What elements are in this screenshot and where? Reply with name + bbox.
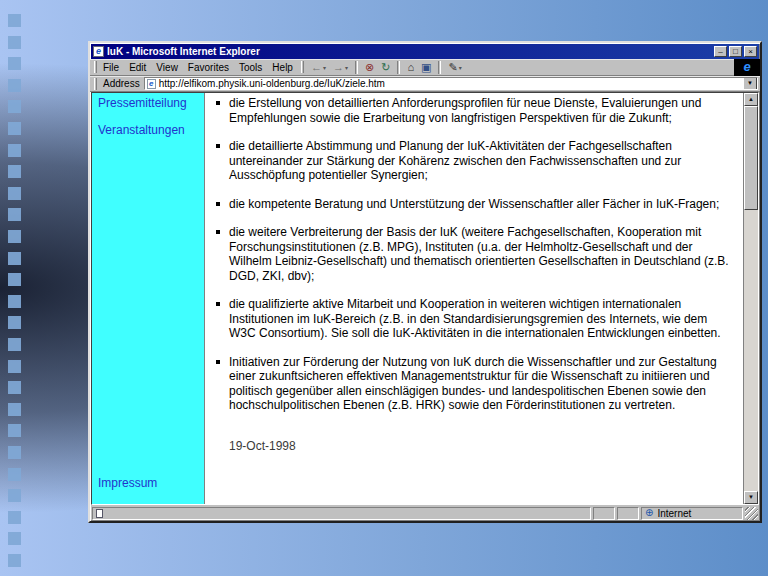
accent-square: [8, 489, 21, 502]
home-button[interactable]: ⌂: [404, 60, 417, 75]
resize-grip[interactable]: [745, 507, 758, 520]
toolbar-separator: [355, 61, 358, 74]
accent-square: [8, 36, 21, 49]
accent-square: [8, 79, 21, 92]
document-icon: [96, 509, 103, 518]
accent-square: [8, 446, 21, 459]
menu-bar: FileEditViewFavoritesToolsHelp: [101, 62, 299, 73]
bullet-item: die Erstellung von detaillierten Anforde…: [229, 96, 737, 125]
bullet-item: die weitere Verbreiterung der Basis der …: [229, 225, 737, 283]
bullet-item: die kompetente Beratung und Unterstützun…: [229, 197, 737, 212]
browser-window: e IuK - Microsoft Internet Explorer – □ …: [88, 41, 762, 523]
stop-icon: ⊗: [365, 61, 374, 74]
menu-item-favorites[interactable]: Favorites: [188, 62, 229, 73]
bullet-item: Initiativen zur Förderung der Nutzung vo…: [229, 355, 737, 413]
toolbar-separator: [397, 61, 400, 74]
status-bar: ⊕ Internet: [90, 505, 760, 521]
accent-square: [8, 122, 21, 135]
menu-item-file[interactable]: File: [103, 62, 119, 73]
fullscreen-button[interactable]: ▣: [418, 60, 434, 75]
accent-square: [8, 14, 21, 27]
browser-viewport: PressemitteilungVeranstaltungenImpressum…: [91, 92, 759, 505]
address-input[interactable]: e http://elfikom.physik.uni-oldenburg.de…: [144, 77, 758, 90]
window-title: IuK - Microsoft Internet Explorer: [107, 46, 714, 57]
toolbar: ←▾→▾⊗↻⌂▣✎▾: [308, 60, 734, 75]
menu-item-help[interactable]: Help: [272, 62, 293, 73]
page-date: 19-Oct-1998: [229, 439, 737, 453]
menu-grip[interactable]: [94, 61, 97, 73]
page-icon: e: [147, 79, 156, 89]
accent-square: [8, 230, 21, 243]
scroll-up-button[interactable]: ▲: [744, 93, 758, 106]
fullscreen-icon: ▣: [421, 61, 431, 74]
maximize-button[interactable]: □: [729, 46, 742, 57]
menu-item-tools[interactable]: Tools: [239, 62, 262, 73]
back-dropdown-icon[interactable]: ▾: [323, 64, 326, 71]
toolbar-separator: [438, 61, 441, 74]
bullet-item: die qualifizierte aktive Mitarbeit und K…: [229, 297, 737, 341]
accent-square: [8, 165, 21, 178]
sidebar-link-pressemitteilung[interactable]: Pressemitteilung: [98, 96, 204, 110]
accent-square: [8, 554, 21, 567]
forward-button[interactable]: →▾: [330, 60, 351, 75]
home-icon: ⌂: [407, 61, 414, 74]
accent-square: [8, 100, 21, 113]
toolbar-grip[interactable]: [301, 61, 304, 73]
sidebar-link-impressum[interactable]: Impressum: [98, 476, 204, 490]
address-dropdown-button[interactable]: ▼: [743, 77, 757, 90]
accent-square: [8, 338, 21, 351]
sidebar-frame: PressemitteilungVeranstaltungenImpressum: [92, 93, 205, 504]
forward-icon: →: [333, 61, 344, 74]
accent-square: [8, 252, 21, 265]
accent-square: [8, 360, 21, 373]
accent-square: [8, 511, 21, 524]
bullet-list: die Erstellung von detaillierten Anforde…: [229, 96, 737, 413]
address-bar: Address e http://elfikom.physik.uni-olde…: [90, 76, 760, 92]
accent-square: [8, 273, 21, 286]
status-main-pane: [92, 507, 591, 520]
scrollbar-thumb[interactable]: [744, 106, 758, 210]
accent-square: [8, 144, 21, 157]
scroll-down-button[interactable]: ▼: [744, 491, 758, 504]
back-icon: ←: [311, 61, 322, 74]
accent-square: [8, 187, 21, 200]
accent-square: [8, 424, 21, 437]
accent-square: [8, 468, 21, 481]
address-url: http://elfikom.physik.uni-oldenburg.de/I…: [159, 78, 743, 89]
status-zone-label: Internet: [657, 508, 691, 519]
forward-dropdown-icon[interactable]: ▾: [345, 64, 348, 71]
address-label: Address: [103, 78, 140, 89]
status-zone-pane: ⊕ Internet: [641, 507, 743, 520]
window-controls: – □ ×: [714, 46, 757, 57]
title-bar[interactable]: e IuK - Microsoft Internet Explorer – □ …: [91, 44, 759, 59]
edit-button[interactable]: ✎▾: [445, 60, 464, 75]
refresh-button[interactable]: ↻: [378, 60, 393, 75]
accent-square: [8, 403, 21, 416]
refresh-icon: ↻: [381, 61, 390, 74]
status-pane-2: [617, 507, 639, 520]
accent-square: [8, 532, 21, 545]
close-button[interactable]: ×: [744, 46, 757, 57]
stop-button[interactable]: ⊗: [362, 60, 377, 75]
minimize-button[interactable]: –: [714, 46, 727, 57]
ie-logo-icon: e: [734, 59, 760, 76]
sidebar-link-veranstaltungen[interactable]: Veranstaltungen: [98, 123, 204, 137]
menu-item-view[interactable]: View: [156, 62, 178, 73]
bullet-item: die detaillierte Abstimmung und Planung …: [229, 139, 737, 183]
edit-icon: ✎: [448, 61, 457, 74]
accent-square: [8, 381, 21, 394]
accent-square: [8, 316, 21, 329]
back-button[interactable]: ←▾: [308, 60, 329, 75]
globe-icon: ⊕: [645, 508, 653, 518]
status-pane-1: [593, 507, 615, 520]
address-grip[interactable]: [94, 78, 97, 90]
menu-item-edit[interactable]: Edit: [129, 62, 146, 73]
content-frame: die Erstellung von detaillierten Anforde…: [205, 93, 743, 504]
accent-square: [8, 57, 21, 70]
accent-square: [8, 295, 21, 308]
ie-page-icon: e: [93, 46, 104, 57]
edit-dropdown-icon[interactable]: ▾: [459, 64, 462, 71]
vertical-scrollbar[interactable]: ▲ ▼: [743, 93, 758, 504]
accent-square: [8, 208, 21, 221]
menu-toolbar-row: FileEditViewFavoritesToolsHelp ←▾→▾⊗↻⌂▣✎…: [90, 59, 760, 76]
